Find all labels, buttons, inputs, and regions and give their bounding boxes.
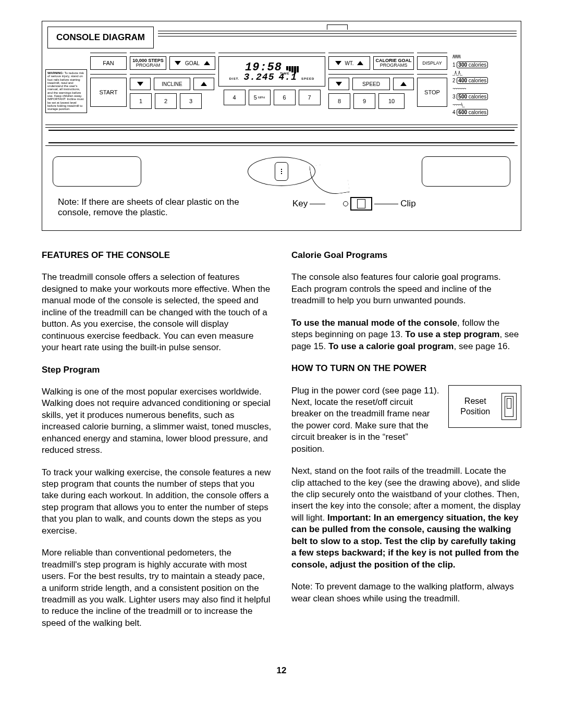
arrow-down-icon [137, 82, 143, 86]
incline-down-button[interactable] [130, 78, 151, 90]
handlebar-row: ⫶ [42, 146, 521, 197]
stop-button[interactable]: STOP [417, 78, 447, 107]
arrow-down-icon [335, 61, 341, 65]
preset-9-button[interactable]: 9 [353, 93, 375, 109]
step-program-heading: Step Program [42, 364, 272, 376]
preset-6-button[interactable]: 6 [274, 90, 296, 105]
display-button[interactable]: DISPLAY [417, 56, 447, 70]
clip-label: Clip [400, 199, 415, 209]
reset-caption: Reset Position [453, 396, 497, 416]
features-para: The treadmill console offers a selection… [42, 272, 272, 353]
lcd-display: 19:58 TIME DIST. 3.245 4.1 SPEED [218, 56, 325, 87]
pulse-sensor: ⫶ [248, 157, 315, 186]
preset-4-button[interactable]: 4 [224, 90, 246, 105]
weight-control[interactable]: WT. [328, 56, 370, 70]
power-heading: HOW TO TURN ON THE POWER [291, 363, 521, 374]
speed-label: SPEED [352, 78, 390, 90]
speed-down-button[interactable] [328, 78, 349, 90]
preset-1-button[interactable]: 1 [130, 93, 152, 109]
start-button[interactable]: START [90, 78, 127, 107]
incline-label: INCLINE [154, 78, 190, 90]
right-column: Calorie Goal Programs The console also f… [291, 250, 521, 639]
features-heading: FEATURES OF THE CONSOLE [42, 250, 272, 261]
console-diagram: CONSOLE DIAGRAM WARNING: To reduce risk … [42, 21, 521, 231]
lcd-dist: 3.245 [243, 72, 274, 82]
preset-10-button[interactable]: 10 [378, 93, 405, 109]
arrow-up-icon [201, 82, 207, 86]
arrow-up-icon [357, 61, 363, 65]
arrow-up-icon [400, 82, 407, 86]
hand-pad-right [422, 156, 510, 187]
page-number: 12 [42, 665, 521, 676]
lcd-speed-label: SPEED [301, 77, 314, 80]
step-para-3: More reliable than conventional pedomete… [42, 547, 272, 629]
preset-8-button[interactable]: 8 [328, 93, 350, 109]
incline-up-button[interactable] [193, 78, 214, 90]
calorie-para: The console also features four calorie g… [291, 272, 521, 306]
clip-icon [350, 197, 372, 211]
breaker-icon [501, 393, 517, 420]
hand-pad-left [53, 156, 141, 187]
power-para-2: Next, stand on the foot rails of the tre… [291, 465, 521, 571]
goal-control[interactable]: GOAL [169, 56, 215, 70]
calorie-preset-list: /\/\/\/\/\ 1 300 calories _/\_/\_ 2 400 … [450, 52, 490, 119]
arrow-down-icon [175, 61, 181, 65]
body-text: FEATURES OF THE CONSOLE The treadmill co… [42, 250, 521, 639]
preset-2-button[interactable]: 2 [155, 93, 177, 109]
arrow-down-icon [336, 82, 342, 86]
key-label: Key [292, 199, 308, 209]
calorie-heading: Calorie Goal Programs [291, 250, 521, 261]
warning-label: WARNING: To reduce risk of serious injur… [45, 69, 87, 113]
warning-body: To reduce risk of serious injury, stand … [47, 71, 84, 110]
console-mid-band [42, 125, 521, 146]
preset-7-button[interactable]: 7 [299, 90, 321, 105]
preset-5-button[interactable]: 5MPH [249, 90, 271, 105]
reset-figure: Reset Position [448, 385, 521, 428]
console-top-edge [158, 27, 517, 39]
speed-up-button[interactable] [393, 78, 414, 90]
diagram-note: Note: If there are sheets of clear plast… [58, 197, 240, 218]
warning-heading: WARNING: [47, 71, 64, 75]
preset-3-button[interactable]: 3 [180, 93, 202, 109]
mode-refs-para: To use the manual mode of the console, f… [291, 317, 521, 352]
mph-label: MPH [258, 96, 265, 99]
lcd-speed: 4.1 [278, 72, 297, 82]
step-para-2: To track your walking exercise, the cons… [42, 467, 272, 537]
fan-button[interactable]: FAN [90, 56, 127, 70]
diagram-title: CONSOLE DIAGRAM [47, 27, 154, 48]
power-note: Note: To prevent damage to the walking p… [291, 581, 521, 604]
steps-program-button[interactable]: 10,000 STEPSPROGRAM [130, 56, 166, 70]
step-para-1: Walking is one of the most popular exerc… [42, 386, 272, 456]
control-panel: WARNING: To reduce risk of serious injur… [42, 48, 521, 122]
lcd-dist-label: DIST. [229, 77, 240, 80]
calorie-goal-programs-button[interactable]: CALORIE GOALPROGRAMS [373, 56, 414, 70]
left-column: FEATURES OF THE CONSOLE The treadmill co… [42, 250, 272, 639]
arrow-up-icon [204, 61, 210, 65]
key-clip-callout: Key Clip [292, 197, 510, 211]
